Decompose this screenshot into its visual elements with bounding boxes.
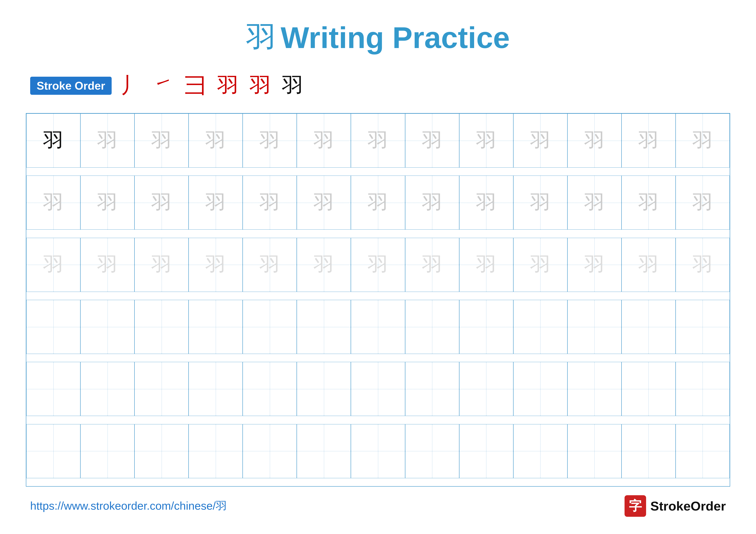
grid-cell[interactable]: 羽 — [676, 114, 730, 167]
grid-cell[interactable] — [243, 362, 297, 416]
grid-cell[interactable]: 羽 — [297, 176, 351, 230]
stroke-step-4: 羽 — [217, 71, 239, 100]
grid-cell[interactable] — [513, 362, 567, 416]
grid-cell[interactable] — [622, 300, 676, 354]
grid-cell[interactable]: 羽 — [189, 176, 243, 230]
grid-cell[interactable]: 羽 — [297, 238, 351, 292]
grid-cell[interactable]: 羽 — [351, 114, 405, 167]
page-title: Writing Practice — [281, 20, 510, 55]
stroke-step-1: 丿 — [120, 71, 142, 100]
grid-cell[interactable] — [676, 362, 730, 416]
grid-cell[interactable] — [26, 300, 80, 354]
grid-cell[interactable]: 羽 — [80, 114, 134, 167]
grid-cell[interactable]: 羽 — [676, 238, 730, 292]
grid-cell[interactable] — [243, 300, 297, 354]
grid-cell[interactable] — [567, 300, 622, 354]
grid-cell[interactable]: 羽 — [513, 238, 567, 292]
grid-cell[interactable] — [459, 362, 513, 416]
grid-cell[interactable] — [676, 300, 730, 354]
grid-cell[interactable] — [622, 424, 676, 478]
grid-cell[interactable] — [297, 300, 351, 354]
grid-cell[interactable] — [134, 424, 189, 478]
grid-cell[interactable]: 羽 — [351, 176, 405, 230]
grid-cell[interactable] — [459, 424, 513, 478]
stroke-order-badge: Stroke Order — [30, 77, 112, 95]
grid-cell[interactable]: 羽 — [351, 238, 405, 292]
grid-cell[interactable] — [459, 300, 513, 354]
grid-cell[interactable]: 羽 — [405, 176, 459, 230]
logo-text: StrokeOrder — [650, 499, 726, 514]
grid-cell[interactable]: 羽 — [134, 238, 189, 292]
grid-cell[interactable]: 羽 — [26, 238, 80, 292]
grid-cell[interactable] — [134, 300, 189, 354]
grid-cell[interactable] — [297, 362, 351, 416]
grid-cell[interactable] — [351, 300, 405, 354]
title-row: 羽 Writing Practice — [26, 17, 730, 58]
grid-cell[interactable]: 羽 — [622, 114, 676, 167]
stroke-step-3: 彐 — [185, 71, 206, 100]
grid-cell[interactable]: 羽 — [622, 238, 676, 292]
logo-icon: 字 — [625, 495, 646, 517]
grid-cell[interactable] — [676, 424, 730, 478]
footer-url[interactable]: https://www.strokeorder.com/chinese/羽 — [30, 498, 227, 514]
stroke-step-6: 羽 — [282, 71, 304, 100]
grid-cell[interactable]: 羽 — [405, 114, 459, 167]
grid-cell[interactable] — [405, 424, 459, 478]
grid-cell[interactable]: 羽 — [567, 238, 622, 292]
grid-cell[interactable] — [80, 300, 134, 354]
grid-cell[interactable] — [351, 424, 405, 478]
grid-cell[interactable]: 羽 — [80, 238, 134, 292]
grid-cell[interactable] — [26, 362, 80, 416]
grid-cell[interactable]: 羽 — [243, 114, 297, 167]
grid-cell[interactable] — [405, 362, 459, 416]
grid-cell[interactable]: 羽 — [513, 176, 567, 230]
grid-cell[interactable]: 羽 — [134, 114, 189, 167]
grid-cell[interactable] — [26, 424, 80, 478]
grid-cell[interactable] — [351, 362, 405, 416]
grid-cell[interactable]: 羽 — [189, 114, 243, 167]
grid-cell[interactable] — [189, 362, 243, 416]
grid-cell[interactable]: 羽 — [189, 238, 243, 292]
footer-logo: 字 StrokeOrder — [625, 495, 726, 517]
grid-cell[interactable]: 羽 — [80, 176, 134, 230]
grid-cell[interactable]: 羽 — [459, 114, 513, 167]
grid-cell[interactable] — [80, 362, 134, 416]
grid-cell[interactable]: 羽 — [676, 176, 730, 230]
stroke-step-5: 羽 — [250, 71, 271, 100]
grid-cell[interactable] — [243, 424, 297, 478]
grid-cell[interactable]: 羽 — [134, 176, 189, 230]
grid-cell[interactable] — [567, 362, 622, 416]
grid-cell[interactable]: 羽 — [26, 114, 80, 167]
grid-cell[interactable]: 羽 — [297, 114, 351, 167]
title-chinese-char: 羽 — [246, 17, 276, 58]
grid-cell[interactable] — [189, 424, 243, 478]
grid-cell[interactable]: 羽 — [405, 238, 459, 292]
grid-cell[interactable] — [567, 424, 622, 478]
page: 羽 Writing Practice Stroke Order 丿 ㇀ 彐 羽 … — [0, 0, 756, 534]
footer: https://www.strokeorder.com/chinese/羽 字 … — [26, 495, 730, 517]
grid-cell[interactable]: 羽 — [622, 176, 676, 230]
grid-cell[interactable] — [513, 424, 567, 478]
stroke-order-row: Stroke Order 丿 ㇀ 彐 羽 羽 羽 — [26, 71, 730, 100]
grid-cell[interactable]: 羽 — [26, 176, 80, 230]
stroke-steps: 丿 ㇀ 彐 羽 羽 羽 — [120, 71, 304, 100]
practice-grid: 羽羽羽羽羽羽羽羽羽羽羽羽羽羽羽羽羽羽羽羽羽羽羽羽羽羽羽羽羽羽羽羽羽羽羽羽羽羽羽 — [26, 113, 730, 487]
grid-cell[interactable]: 羽 — [567, 114, 622, 167]
grid-cell[interactable]: 羽 — [243, 238, 297, 292]
grid-cell[interactable]: 羽 — [243, 176, 297, 230]
grid-cell[interactable] — [405, 300, 459, 354]
grid-cell[interactable] — [622, 362, 676, 416]
grid-cell[interactable] — [297, 424, 351, 478]
grid-cell[interactable] — [80, 424, 134, 478]
grid-cell[interactable] — [189, 300, 243, 354]
grid-cell[interactable] — [134, 362, 189, 416]
grid-cell[interactable]: 羽 — [459, 176, 513, 230]
grid-cell[interactable]: 羽 — [459, 238, 513, 292]
grid-cell[interactable] — [513, 300, 567, 354]
grid-cell[interactable]: 羽 — [513, 114, 567, 167]
grid-cell[interactable]: 羽 — [567, 176, 622, 230]
stroke-step-2: ㇀ — [152, 71, 174, 100]
